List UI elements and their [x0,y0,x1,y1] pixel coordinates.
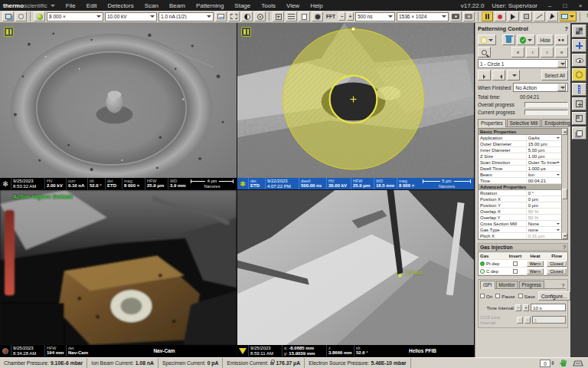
tab-selective-mill[interactable]: Selective Mill [507,119,541,127]
dwell-decrease-button[interactable]: − [338,12,345,21]
navcam-image[interactable] [0,190,237,345]
maximize-button[interactable]: □ [560,2,570,9]
start-patterning-button[interactable] [508,12,519,21]
order-swap-button[interactable] [507,70,520,80]
stage-move-icon[interactable] [573,360,583,367]
videoscope-button[interactable] [215,12,227,21]
on-checkbox-label[interactable]: On [480,294,492,299]
pause-checkbox[interactable] [495,294,500,298]
menu-item[interactable]: Help [310,2,322,9]
snapshot-page-button[interactable] [299,12,310,21]
cursor-tool-button[interactable] [547,12,558,21]
on-checkbox[interactable] [480,294,485,298]
beam-spot-button[interactable] [312,12,323,21]
menu-item[interactable]: Edit [87,2,97,9]
last-pattern-button[interactable]: » [555,47,568,58]
record-movie-button[interactable] [495,12,506,21]
time-interval-field[interactable]: 10 s [531,304,566,311]
sequence-button[interactable] [572,112,586,125]
tab-endpointing[interactable]: Endpointing [541,119,570,127]
menu-item[interactable]: Detectors [108,2,134,9]
order-forward-button[interactable] [478,70,491,80]
tab-progress[interactable]: Progress [519,281,544,288]
insert-checkbox[interactable] [513,269,518,274]
beam-on-button[interactable] [34,12,45,21]
order-back-button[interactable] [492,70,505,80]
heat-button[interactable]: Warm [527,261,544,267]
dropdown-arrow-icon[interactable] [557,162,560,165]
previous-pattern-button[interactable]: ‹ [526,47,539,58]
menu-item[interactable]: Tools [261,2,276,9]
auto-focus-button[interactable] [254,12,266,21]
menu-item[interactable]: File [66,2,76,9]
scroll-thumb[interactable] [562,189,567,199]
duplicate-button[interactable] [572,127,586,140]
help-icon[interactable]: ? [561,283,566,288]
zoom-box-button[interactable] [572,97,586,110]
pump-button[interactable] [15,12,27,21]
menu-item[interactable]: Beam [169,2,185,9]
help-icon[interactable]: ? [564,25,568,32]
snapshot-button[interactable] [450,12,462,21]
hide-patterns-button[interactable]: Hide [537,34,553,45]
close-button[interactable]: × [576,2,585,9]
magnification-select[interactable]: 8 000 × [47,12,103,21]
spinner-down-icon[interactable] [551,363,554,366]
stage-hand-icon[interactable] [559,359,568,368]
alignment-button[interactable] [572,39,586,52]
brand-dropdown-icon[interactable] [51,5,55,9]
configure-button[interactable]: Configure... [538,291,570,301]
quad-3-navcam[interactable]: Active region: Default 9/25/20238:34:28 … [0,190,237,357]
menu-item[interactable]: Stage [234,2,250,9]
save-checkbox-label[interactable]: Save [518,294,535,299]
menu-item[interactable]: View [286,2,299,9]
scroll-down-icon[interactable] [562,233,567,239]
pattern-shape-dropdown[interactable] [478,34,496,45]
select-all-button[interactable]: Select All [541,70,568,80]
spinner-value[interactable]: 0 [540,360,550,367]
minimize-button[interactable]: – [545,2,554,9]
sem-image-crater[interactable] [0,23,237,178]
menu-item[interactable]: Patterning [196,2,224,9]
tab-monitor[interactable]: Monitor [496,281,518,288]
show-patterns-button[interactable] [572,54,586,67]
circle-tool-button[interactable] [572,68,586,81]
interval-increase-button[interactable]: + [523,304,529,311]
spinner-up-icon[interactable] [551,360,554,363]
high-voltage-select[interactable]: 10.00 kV [105,12,157,21]
refresh-stage-button[interactable]: ↻ [583,12,588,21]
quad-4-ccd[interactable]: 3.9 mm 9/25/20238:59:11 AM x: -8.0685 mm… [237,190,475,357]
dropdown-arrow-icon[interactable] [557,174,560,177]
heat-button[interactable]: Warm [527,268,544,274]
delete-pattern-button[interactable] [502,34,515,45]
beam-current-select[interactable]: 1.0 nA (1/2) [158,12,214,21]
tab-ispi[interactable]: iSPI [480,281,495,289]
quad-2-ion-image[interactable]: ✽ detETD 9/22/20234:07:22 PM dwell500.00… [237,23,475,190]
auto-contrast-button[interactable] [241,12,253,21]
reduced-area-button[interactable] [228,12,240,21]
pattern-state-dropdown[interactable]: ✓ [517,34,535,45]
link-z-button[interactable] [273,12,284,21]
save-checkbox[interactable] [518,294,523,298]
dropdown-arrow-icon[interactable] [557,223,560,226]
selection-tool-button[interactable] [560,12,577,21]
pattern-library-button[interactable] [572,25,586,38]
help-icon[interactable]: ? [563,245,566,250]
column-mode-button[interactable] [2,12,14,21]
abort-patterning-button[interactable] [521,12,532,21]
first-pattern-button[interactable]: « [511,47,524,58]
property-row[interactable]: Time 00:04:21 [479,178,561,184]
measurement-tool-button[interactable] [534,12,545,21]
interval-decrease-button[interactable]: − [515,304,521,311]
queue-spinner[interactable]: 0 [540,360,554,367]
insert-checkbox[interactable] [513,261,518,266]
scan-rotation-button[interactable] [286,12,297,21]
resolution-select[interactable]: 1536 × 1024 [397,12,449,21]
pattern-select-combo[interactable]: 1 - Circle 1 [478,59,568,68]
when-finished-combo[interactable]: No Action [513,83,568,92]
ccd-chamber-image[interactable] [237,190,474,345]
zoom-to-pattern-button[interactable] [478,47,491,58]
scroll-up-icon[interactable] [562,129,567,135]
dwell-time-select[interactable]: 500 ns [355,12,395,21]
property-row[interactable]: Pitch X 0.31 μm [479,233,561,239]
